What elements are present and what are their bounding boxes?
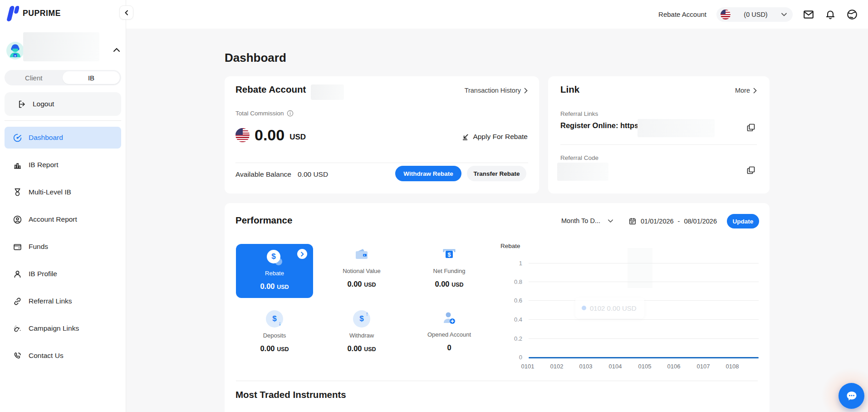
puprime-logo-icon bbox=[6, 5, 19, 22]
total-commission-row: Total Commission bbox=[235, 110, 294, 117]
toggle-client[interactable]: Client bbox=[5, 74, 63, 82]
chart-series-line bbox=[529, 357, 759, 358]
date-range-picker[interactable]: 01/01/2026 - 08/01/2026 bbox=[628, 217, 717, 225]
svg-text:$: $ bbox=[447, 251, 451, 258]
chevron-down-icon bbox=[781, 11, 787, 18]
tile-value: 0.00 USD bbox=[260, 282, 289, 291]
chat-bubble-icon bbox=[844, 389, 859, 403]
chevron-right-icon bbox=[524, 88, 528, 94]
avatar[interactable] bbox=[6, 42, 24, 60]
sidebar-item-ib-profile[interactable]: IB Profile bbox=[5, 263, 121, 285]
x-axis-tick: 0101 bbox=[514, 363, 541, 370]
logout-button[interactable]: Logout bbox=[5, 92, 121, 116]
opened-account-icon bbox=[441, 310, 458, 327]
live-chat-button[interactable] bbox=[839, 383, 864, 409]
date-separator: - bbox=[678, 218, 680, 225]
sidebar-menu: Dashboard IB Report Multi-Level IB Accou… bbox=[5, 127, 121, 367]
date-to: 08/01/2026 bbox=[684, 218, 717, 225]
tile-net-funding: $ Net Funding 0.00 USD bbox=[411, 247, 488, 288]
brand-logo: PUPRIME bbox=[6, 5, 61, 22]
most-traded-title: Most Traded Instruments bbox=[235, 389, 346, 400]
logout-label: Logout bbox=[33, 100, 54, 108]
medal-icon bbox=[13, 188, 22, 197]
sidebar-item-account-report[interactable]: Account Report bbox=[5, 208, 121, 230]
rebate-account-card: Rebate Account Transaction History Total… bbox=[225, 76, 539, 194]
toggle-ib-selected[interactable]: IB bbox=[63, 71, 120, 84]
tile-withdraw: $↑ Withdraw 0.00 USD bbox=[323, 310, 400, 353]
sidebar-divider bbox=[5, 120, 121, 121]
sidebar-item-label: Dashboard bbox=[29, 134, 63, 142]
tile-value: 0.00 USD bbox=[347, 344, 376, 353]
tile-deposits: $↓ Deposits 0.00 USD bbox=[236, 310, 313, 353]
transfer-rebate-button[interactable]: Transfer Rebate bbox=[467, 166, 526, 181]
x-axis-tick: 0105 bbox=[631, 363, 658, 370]
update-button[interactable]: Update bbox=[727, 214, 759, 228]
chart-gridline bbox=[529, 319, 759, 320]
page-title: Dashboard bbox=[225, 51, 286, 65]
sidebar-item-label: Referral Links bbox=[29, 297, 72, 305]
sidebar-item-label: IB Report bbox=[29, 161, 58, 169]
referral-code-redacted bbox=[557, 163, 608, 181]
chevron-up-icon[interactable] bbox=[112, 45, 121, 55]
sidebar-item-label: Account Report bbox=[29, 215, 77, 223]
apply-for-rebate-link[interactable]: Apply For Rebate bbox=[461, 133, 528, 141]
chevron-right-icon[interactable] bbox=[297, 249, 307, 259]
y-axis-tick: 0.4 bbox=[501, 316, 522, 323]
tile-label: Withdraw bbox=[349, 332, 374, 339]
rebate-account-label: Rebate Account bbox=[658, 10, 706, 18]
sidebar-item-label: Campaign Links bbox=[29, 324, 79, 333]
chart-tooltip: 0102 0.00 USD bbox=[575, 298, 644, 318]
sidebar-item-referral-links[interactable]: Referral Links bbox=[5, 290, 121, 312]
copy-icon[interactable] bbox=[746, 123, 756, 133]
commission-currency: USD bbox=[289, 133, 306, 144]
y-axis-tick: 0.8 bbox=[501, 278, 522, 285]
commission-amount-row: 0.00 USD bbox=[235, 126, 306, 144]
tile-label: Opened Account bbox=[427, 331, 471, 338]
y-axis-tick: 0.2 bbox=[501, 335, 522, 342]
range-value: Month To D... bbox=[561, 217, 600, 224]
sidebar-item-contact-us[interactable]: Contact Us bbox=[5, 345, 121, 367]
sidebar-item-dashboard[interactable]: Dashboard bbox=[5, 127, 121, 149]
copy-icon[interactable] bbox=[746, 165, 756, 175]
sidebar-collapse-button[interactable] bbox=[119, 5, 133, 20]
chart-gridline bbox=[529, 282, 759, 282]
available-balance-label: Available Balance bbox=[235, 170, 291, 179]
tile-value: 0.00 USD bbox=[435, 280, 463, 288]
transaction-history-link[interactable]: Transaction History bbox=[465, 87, 528, 94]
chevron-left-icon bbox=[124, 10, 129, 15]
tile-rebate[interactable]: $ Rebate 0.00 USD bbox=[236, 244, 313, 298]
more-link[interactable]: More bbox=[735, 87, 757, 94]
mail-icon[interactable] bbox=[803, 9, 814, 20]
more-label: More bbox=[735, 87, 750, 94]
chart-title: Rebate bbox=[500, 243, 520, 249]
username-redacted bbox=[23, 32, 99, 61]
sidebar-item-multi-level-ib[interactable]: Multi-Level IB bbox=[5, 181, 121, 203]
net-funding-icon: $ bbox=[441, 247, 458, 263]
performance-title: Performance bbox=[235, 215, 292, 226]
date-from: 01/01/2026 bbox=[641, 218, 674, 225]
y-axis-tick: 1 bbox=[501, 260, 522, 267]
tile-label: Deposits bbox=[263, 332, 286, 339]
range-select[interactable]: Month To D... bbox=[561, 217, 613, 224]
client-ib-toggle: Client IB bbox=[5, 70, 121, 85]
sidebar-item-campaign-links[interactable]: Campaign Links bbox=[5, 318, 121, 339]
dashboard-icon bbox=[13, 133, 22, 143]
language-globe-icon[interactable] bbox=[846, 9, 858, 20]
rebate-card-title: Rebate Account bbox=[235, 84, 306, 95]
rebate-coin-icon: $ bbox=[267, 250, 282, 265]
chart-gridline bbox=[529, 263, 759, 263]
account-switcher[interactable]: (0 USD) bbox=[716, 7, 793, 22]
x-axis-tick: 0102 bbox=[543, 363, 570, 370]
tile-opened-account: Opened Account 0 bbox=[411, 310, 488, 352]
withdraw-rebate-button[interactable]: Withdraw Rebate bbox=[395, 166, 461, 181]
sidebar-item-funds[interactable]: Funds bbox=[5, 236, 121, 258]
tooltip-text: 0102 0.00 USD bbox=[590, 304, 637, 312]
apply-arrow-icon bbox=[461, 133, 469, 141]
sidebar-item-label: Multi-Level IB bbox=[29, 188, 71, 196]
tile-label: Notional Value bbox=[343, 268, 381, 274]
commission-amount: 0.00 bbox=[255, 126, 284, 144]
sidebar-item-ib-report[interactable]: IB Report bbox=[5, 154, 121, 176]
referral-link-redacted bbox=[638, 119, 715, 137]
notifications-bell-icon[interactable] bbox=[824, 9, 836, 20]
transaction-history-label: Transaction History bbox=[465, 87, 521, 94]
